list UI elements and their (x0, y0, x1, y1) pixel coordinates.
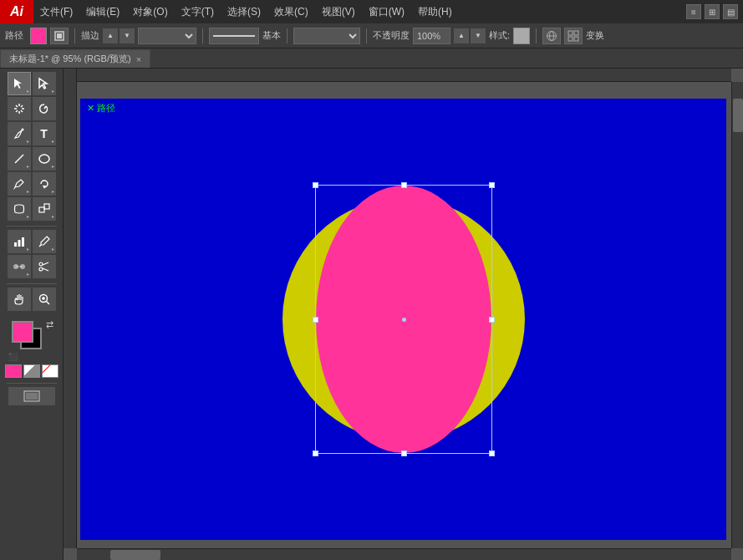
gradient-mode-btn[interactable] (23, 364, 40, 378)
rotate-tool[interactable]: ▸ (33, 172, 56, 196)
horizontal-ruler (64, 69, 731, 82)
stroke-down-btn[interactable]: ▼ (120, 28, 135, 43)
tool-row-7: ▸ ▸ (8, 230, 56, 253)
svg-line-34 (43, 262, 48, 265)
fill-icon-btn[interactable] (50, 28, 69, 44)
none-mode-btn[interactable] (42, 364, 59, 378)
scale-tool[interactable]: ▸ (33, 197, 56, 221)
tool-row-colors (5, 364, 59, 378)
scrollbar-right-thumb[interactable] (733, 99, 743, 132)
foreground-color-swatch[interactable] (12, 321, 33, 343)
ellipse-tool[interactable]: ▸ (33, 147, 56, 171)
blend-tool[interactable]: ▸ (8, 255, 31, 278)
zoom-tool[interactable] (33, 288, 56, 311)
svg-rect-22 (39, 207, 44, 212)
svg-rect-6 (574, 31, 578, 35)
handle-bc[interactable] (401, 451, 407, 456)
center-dot (402, 318, 406, 322)
text-tool[interactable]: T ▸ (33, 122, 56, 145)
fill-color[interactable] (30, 28, 47, 44)
warp-tool[interactable]: ▸ (8, 197, 31, 221)
handle-tc[interactable] (401, 182, 407, 188)
handle-ml[interactable] (313, 317, 318, 323)
document-tab[interactable]: 未标题-1* @ 95% (RGB/预览) × (0, 49, 150, 68)
handle-br[interactable] (489, 451, 495, 456)
svg-point-33 (39, 267, 43, 271)
tool-row-3: ▸ T ▸ (8, 122, 56, 145)
base-label: 基本 (262, 29, 281, 42)
handle-mr[interactable] (489, 317, 495, 323)
menu-effect[interactable]: 效果(C) (267, 0, 315, 23)
select-all-btn[interactable] (564, 28, 583, 44)
path-indicator: ✕ 路径 (87, 102, 115, 115)
app-logo: Ai (0, 0, 33, 23)
tab-bar: 未标题-1* @ 95% (RGB/预览) × (0, 48, 743, 69)
menu-file[interactable]: 文件(F) (33, 0, 79, 23)
graph-tool[interactable]: ▸ (8, 230, 31, 253)
svg-point-17 (21, 129, 23, 131)
swap-colors-btn[interactable]: ⇄ (46, 319, 53, 330)
svg-line-13 (16, 105, 18, 107)
line-tool[interactable]: ▸ (8, 147, 31, 171)
toolbar-divider-1 (7, 226, 57, 227)
selection-box (315, 185, 492, 454)
arrange-btn[interactable]: ▤ (723, 4, 738, 19)
handle-tr[interactable] (489, 182, 495, 188)
scrollbar-bottom[interactable] (77, 548, 731, 560)
pencil-tool[interactable]: ▸ (8, 172, 31, 196)
stroke-up-btn[interactable]: ▲ (103, 28, 118, 43)
menu-text[interactable]: 文字(T) (175, 0, 221, 23)
toolbar-divider-3 (7, 383, 57, 384)
svg-rect-41 (26, 393, 38, 400)
pen-tool[interactable]: ▸ (8, 122, 31, 145)
svg-rect-25 (14, 242, 17, 247)
workspace-menu[interactable]: ≡ (686, 4, 701, 19)
document-canvas[interactable]: ✕ 路径 (80, 99, 726, 540)
opacity-up-btn[interactable]: ▲ (454, 28, 469, 43)
layout-btn[interactable]: ⊞ (705, 4, 720, 19)
scissors-tool[interactable] (33, 255, 56, 278)
style-preview (513, 28, 530, 44)
handle-tl[interactable] (313, 182, 318, 188)
svg-line-14 (21, 110, 23, 112)
sep3 (287, 28, 288, 43)
handle-bl[interactable] (313, 451, 318, 456)
stroke-select[interactable] (138, 28, 196, 44)
hand-tool[interactable] (8, 288, 31, 311)
svg-point-19 (39, 155, 49, 163)
opacity-down-btn[interactable]: ▼ (471, 28, 486, 43)
eyedropper-tool[interactable]: ▸ (33, 230, 56, 253)
scrollbar-right[interactable] (731, 82, 743, 548)
artboard-tool[interactable] (8, 387, 55, 405)
menu-edit[interactable]: 编辑(E) (79, 0, 126, 23)
menu-select[interactable]: 选择(S) (221, 0, 267, 23)
globe-btn[interactable] (542, 28, 561, 44)
svg-line-16 (21, 105, 23, 107)
sep4 (366, 28, 367, 43)
color-mode-btn[interactable] (5, 364, 22, 378)
opacity-input[interactable] (413, 28, 450, 44)
stroke-type-select[interactable] (293, 28, 360, 44)
sep2 (202, 28, 203, 43)
menu-help[interactable]: 帮助(H) (411, 0, 459, 23)
tool-row-4: ▸ ▸ (8, 147, 56, 171)
direct-selection-tool[interactable]: ▸ (33, 72, 56, 95)
canvas-area[interactable]: ✕ 路径 (64, 69, 743, 560)
svg-point-32 (39, 262, 43, 266)
reset-colors-btn[interactable]: ⬛ (8, 353, 18, 361)
menu-view[interactable]: 视图(V) (315, 0, 362, 23)
scrollbar-bottom-thumb[interactable] (110, 550, 160, 560)
tool-row-1: ▸ ▸ (8, 72, 56, 95)
svg-rect-23 (44, 204, 49, 209)
selection-tool[interactable]: ▸ (8, 72, 31, 95)
style-label: 样式: (489, 29, 510, 42)
svg-rect-1 (57, 33, 62, 38)
menu-window[interactable]: 窗口(W) (362, 0, 411, 23)
svg-rect-7 (568, 37, 573, 41)
svg-rect-5 (568, 31, 573, 35)
svg-rect-8 (574, 37, 578, 41)
lasso-tool[interactable] (33, 97, 56, 120)
tab-close-btn[interactable]: × (136, 54, 141, 64)
menu-object[interactable]: 对象(O) (126, 0, 174, 23)
magic-wand-tool[interactable] (8, 97, 31, 120)
